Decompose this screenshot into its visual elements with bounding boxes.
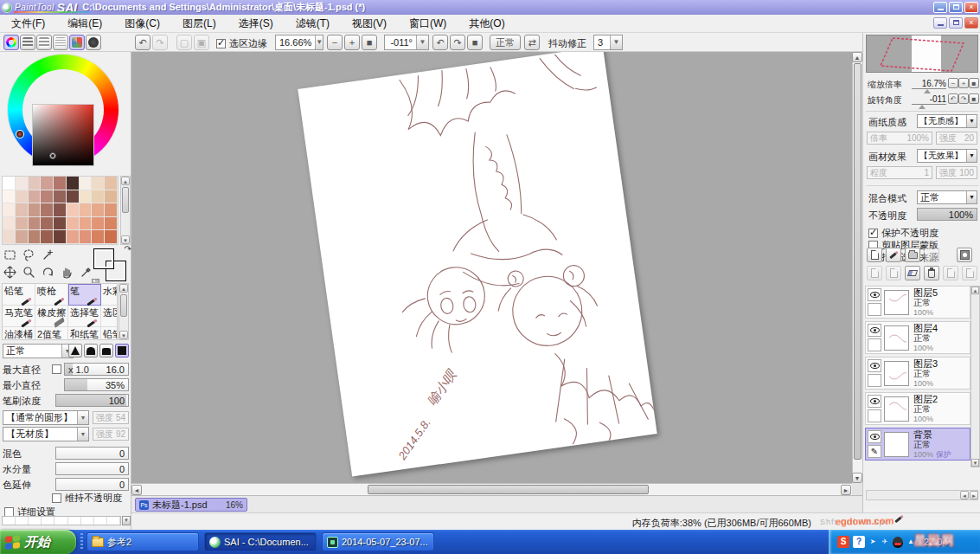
swatch-panel-button[interactable]	[69, 35, 85, 50]
copy-layer-button[interactable]	[943, 266, 958, 280]
brush-0[interactable]: 铅笔	[3, 284, 35, 306]
canvas-horizontal-scrollbar[interactable]: ◄ ►	[131, 483, 852, 495]
color-swatch-28[interactable]	[16, 217, 29, 231]
brush-edge-flat-button[interactable]	[115, 344, 129, 358]
color-swatch-17[interactable]	[105, 190, 118, 204]
brush-5[interactable]: 橡皮擦	[35, 306, 68, 327]
canvas-viewport[interactable]: 喻小呗 2014.5.8.	[131, 52, 852, 483]
selection-edge-toggle[interactable]: 选区边缘	[216, 37, 267, 50]
angle-combo[interactable]: -011° ▼	[384, 35, 429, 50]
color-swatch-3[interactable]	[41, 177, 54, 190]
magic-wand-tool[interactable]	[40, 247, 56, 263]
color-swatch-15[interactable]	[80, 190, 93, 204]
canvas-sheet[interactable]: 喻小呗 2014.5.8.	[298, 52, 657, 477]
delete-layer-button[interactable]	[924, 266, 939, 280]
title-bar[interactable]: PaintTool SAI C:\Documents and Settings\…	[0, 0, 980, 15]
minimize-button[interactable]	[933, 2, 947, 13]
color-swatch-34[interactable]	[92, 217, 105, 231]
color-swatch-36[interactable]	[3, 230, 16, 244]
layer-check-0[interactable]: 保护不透明度	[868, 227, 938, 240]
layer-row-图层2[interactable]: 图层2正常100%	[865, 392, 970, 425]
color-swatch-23[interactable]	[67, 203, 80, 217]
keep-opacity-toggle[interactable]: 维持不透明度	[52, 492, 122, 505]
color-swatch-37[interactable]	[16, 230, 29, 244]
zoom-in-button[interactable]: +	[344, 35, 360, 50]
color-swatch-35[interactable]	[105, 217, 118, 231]
color-swatch-33[interactable]	[80, 217, 93, 231]
color-swatch-22[interactable]	[54, 203, 67, 217]
help-tray-icon[interactable]: ?	[853, 536, 865, 548]
paper-texture-dropdown-icon[interactable]: ▼	[966, 115, 977, 127]
blend-mode-dropdown-icon[interactable]: ▼	[966, 191, 977, 203]
blend-mode-combo[interactable]: 正常 ▼	[917, 190, 977, 204]
brush-10[interactable]: 和纸笔	[68, 327, 101, 340]
layer-list-scrollbar[interactable]: ▲ ▼	[970, 286, 980, 467]
brush-11[interactable]: 铅笔30	[101, 327, 118, 340]
layer-row-图层3[interactable]: 图层3正常100%	[865, 357, 970, 390]
color-swatch-44[interactable]	[105, 230, 118, 244]
color-swatch-16[interactable]	[92, 190, 105, 204]
min-diameter-slider[interactable]: 35%	[64, 378, 129, 391]
layer-visibility-toggle[interactable]	[868, 395, 881, 408]
layer-opacity-slider[interactable]: 100%	[917, 208, 977, 221]
brush-texture-combo[interactable]: 【无材质】 ▼	[3, 427, 89, 441]
nav-zoom-out-button[interactable]: −	[948, 78, 958, 88]
nav-zoom-in-button[interactable]: +	[958, 78, 969, 88]
swatch-scrollbar[interactable]: ▲▼	[120, 176, 131, 245]
zoom-dropdown-icon[interactable]: ▼	[315, 35, 323, 49]
material-effect-combo[interactable]: 【无效果】 ▼	[917, 149, 977, 163]
brush-1[interactable]: 喷枪	[35, 284, 68, 306]
color-swatch-12[interactable]	[41, 190, 54, 204]
quick-slot-button[interactable]: ▼	[122, 516, 131, 525]
nav-rotate-ccw-button[interactable]: ↶	[948, 93, 958, 104]
color-swatch-7[interactable]	[92, 177, 105, 190]
brush-2[interactable]: 笔	[68, 284, 101, 306]
zoom-out-button[interactable]: −	[327, 35, 343, 50]
layer-sub-toggle[interactable]	[868, 409, 881, 422]
brush-6[interactable]: 选择笔	[68, 306, 101, 327]
color-swatch-32[interactable]	[67, 217, 80, 231]
menu-item-1[interactable]: 编辑(E)	[56, 16, 113, 31]
menu-item-5[interactable]: 滤镜(T)	[285, 16, 341, 31]
layer-row-图层5[interactable]: 图层5正常100%	[865, 286, 970, 319]
new-layer-button[interactable]	[867, 248, 882, 262]
color-swatch-40[interactable]	[54, 230, 67, 244]
hsv-slider-panel-button[interactable]	[36, 35, 52, 50]
keep-opacity-checkbox[interactable]	[52, 493, 61, 503]
color-swatch-6[interactable]	[80, 177, 93, 190]
deselect-button[interactable]: ▢	[176, 35, 192, 50]
cursor-tray-icon[interactable]: ➤	[868, 538, 877, 546]
brush-grid-scrollbar[interactable]: ▲▼	[118, 283, 129, 340]
paste-layer-button[interactable]	[962, 266, 977, 280]
color-swatch-9[interactable]	[3, 190, 16, 204]
doc-minimize-button[interactable]	[933, 17, 947, 29]
color-swatch-39[interactable]	[41, 230, 54, 244]
menu-item-4[interactable]: 选择(S)	[227, 16, 285, 31]
doc-close-button[interactable]: ×	[964, 17, 978, 29]
color-swatch-11[interactable]	[29, 190, 42, 204]
quick-slot-bar[interactable]	[2, 516, 121, 525]
lasso-tool[interactable]	[21, 247, 37, 263]
menu-item-6[interactable]: 视图(V)	[341, 16, 398, 31]
swap-colors-icon[interactable]: ↷	[125, 244, 131, 254]
color-swatch-26[interactable]	[105, 203, 118, 217]
plane-tray-icon[interactable]: ✈	[881, 538, 889, 546]
zoom-tool[interactable]	[21, 264, 37, 280]
color-wheel-panel-button[interactable]	[3, 35, 19, 50]
jitter-combo[interactable]: 3 ▼	[593, 35, 623, 50]
mixer-panel-button[interactable]	[53, 35, 68, 50]
nav-zoom-reset-button[interactable]: ■	[969, 78, 979, 88]
layer-checkbox[interactable]	[868, 229, 878, 238]
foreground-color-well[interactable]	[93, 248, 114, 269]
hue-marker[interactable]	[16, 131, 23, 138]
color-swatch-24[interactable]	[80, 203, 93, 217]
layer-visibility-toggle[interactable]	[868, 430, 881, 443]
material-effect-dropdown-icon[interactable]: ▼	[966, 150, 977, 162]
document-tab[interactable]: Ps 未标题-1.psd 16%	[135, 498, 247, 512]
color-swatch-20[interactable]	[29, 203, 42, 217]
paper-texture-combo[interactable]: 【无质感】 ▼	[917, 114, 977, 128]
new-layer-set-button[interactable]	[905, 248, 920, 262]
brush-7[interactable]: 选区擦	[101, 306, 118, 327]
jitter-dropdown-icon[interactable]: ▼	[610, 35, 622, 49]
brush-9[interactable]: 2值笔	[35, 327, 68, 340]
